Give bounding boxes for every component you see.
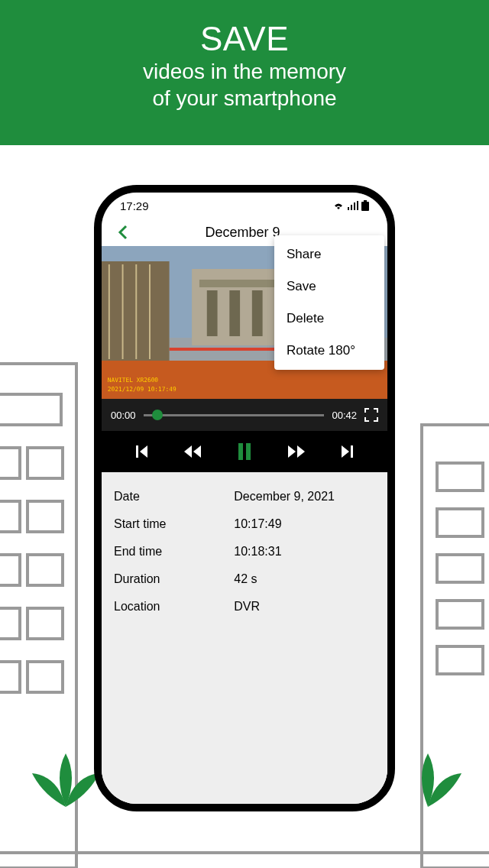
- svg-rect-6: [0, 555, 20, 585]
- label-location: Location: [114, 600, 234, 614]
- screen: 17:29 December 9, Share Save Delete Rota…: [102, 193, 387, 804]
- value-start: 10:17:49: [234, 517, 375, 531]
- svg-rect-10: [0, 662, 20, 692]
- details-panel: DateDecember 9, 2021 Start time10:17:49 …: [102, 472, 387, 804]
- svg-rect-24: [357, 201, 358, 210]
- svg-rect-8: [0, 608, 20, 639]
- svg-rect-34: [252, 290, 263, 336]
- phone-mock: 17:29 December 9, Share Save Delete Rota…: [94, 185, 395, 811]
- label-duration: Duration: [114, 572, 234, 586]
- svg-rect-47: [246, 443, 251, 460]
- context-menu: Share Save Delete Rotate 180°: [274, 235, 384, 370]
- status-bar: 17:29: [102, 193, 387, 219]
- skip-next-icon[interactable]: [338, 443, 355, 460]
- svg-text:2021/12/09 10:17:49: 2021/12/09 10:17:49: [108, 386, 176, 393]
- time-bar: 00:00 00:42: [102, 399, 387, 431]
- time-elapsed: 00:00: [111, 410, 136, 421]
- seek-thumb[interactable]: [152, 410, 163, 420]
- status-time: 17:29: [120, 199, 149, 212]
- battery-icon: [361, 200, 369, 211]
- svg-rect-32: [207, 290, 218, 336]
- hero-line1: videos in the memory: [15, 58, 474, 85]
- svg-rect-45: [136, 445, 138, 458]
- detail-row: DateDecember 9, 2021: [114, 483, 375, 510]
- svg-rect-46: [238, 443, 243, 460]
- svg-rect-21: [348, 207, 349, 210]
- svg-rect-33: [229, 290, 240, 336]
- hero-title: SAVE: [15, 20, 474, 58]
- label-date: Date: [114, 490, 234, 504]
- svg-rect-4: [0, 501, 20, 532]
- svg-rect-14: [437, 509, 483, 536]
- detail-row: Start time10:17:49: [114, 510, 375, 538]
- hero-line2: of your smartphone: [15, 85, 474, 112]
- menu-delete[interactable]: Delete: [274, 303, 384, 335]
- svg-rect-12: [422, 425, 489, 868]
- svg-rect-17: [437, 646, 483, 674]
- time-total: 00:42: [332, 410, 357, 421]
- player-controls: [102, 431, 387, 472]
- value-end: 10:18:31: [234, 545, 375, 559]
- status-icons: [332, 200, 369, 211]
- svg-rect-2: [0, 448, 20, 478]
- signal-icon: [348, 201, 358, 210]
- label-end: End time: [114, 545, 234, 559]
- svg-rect-23: [354, 202, 355, 210]
- promo-hero: SAVE videos in the memory of your smartp…: [0, 0, 489, 145]
- svg-rect-22: [351, 205, 352, 210]
- svg-rect-3: [28, 448, 63, 478]
- svg-rect-15: [437, 555, 483, 582]
- chevron-left-icon: [118, 225, 128, 240]
- svg-rect-48: [351, 445, 353, 458]
- svg-rect-16: [437, 601, 483, 628]
- seek-track[interactable]: [144, 414, 325, 416]
- menu-save[interactable]: Save: [274, 270, 384, 303]
- detail-row: LocationDVR: [114, 593, 375, 620]
- svg-rect-11: [28, 662, 63, 692]
- menu-share[interactable]: Share: [274, 238, 384, 270]
- svg-rect-1: [0, 394, 61, 425]
- detail-row: Duration42 s: [114, 565, 375, 593]
- svg-text:NAVITEL XR2600: NAVITEL XR2600: [108, 377, 158, 384]
- value-duration: 42 s: [234, 572, 375, 586]
- label-start: Start time: [114, 517, 234, 531]
- svg-rect-9: [28, 608, 63, 639]
- fullscreen-icon[interactable]: [364, 408, 378, 422]
- detail-row: End time10:18:31: [114, 538, 375, 565]
- svg-rect-0: [0, 364, 76, 868]
- pause-icon[interactable]: [235, 442, 254, 462]
- svg-rect-26: [361, 202, 369, 211]
- back-button[interactable]: [112, 222, 134, 243]
- svg-rect-25: [364, 200, 367, 202]
- wifi-icon: [332, 201, 345, 210]
- value-date: December 9, 2021: [234, 490, 375, 504]
- value-location: DVR: [234, 600, 375, 614]
- svg-rect-7: [28, 555, 63, 585]
- svg-rect-13: [437, 463, 483, 491]
- forward-icon[interactable]: [286, 443, 307, 460]
- skip-prev-icon[interactable]: [134, 443, 151, 460]
- menu-rotate[interactable]: Rotate 180°: [274, 335, 384, 367]
- rewind-icon[interactable]: [182, 443, 203, 460]
- svg-rect-5: [28, 501, 63, 532]
